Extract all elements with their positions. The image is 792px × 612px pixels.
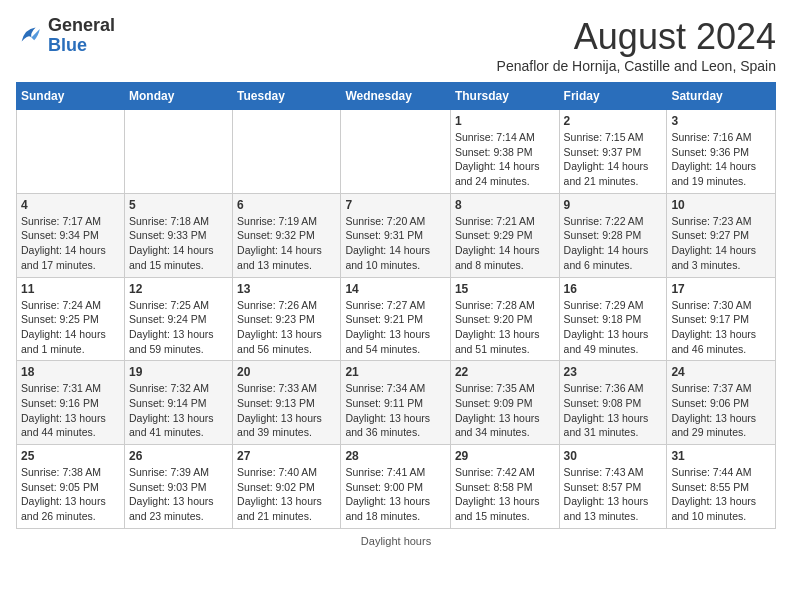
month-title: August 2024	[497, 16, 776, 58]
day-info: Sunrise: 7:15 AM Sunset: 9:37 PM Dayligh…	[564, 130, 663, 189]
day-info: Sunrise: 7:31 AM Sunset: 9:16 PM Dayligh…	[21, 381, 120, 440]
day-of-week-saturday: Saturday	[667, 83, 776, 110]
calendar-cell: 21Sunrise: 7:34 AM Sunset: 9:11 PM Dayli…	[341, 361, 451, 445]
calendar-cell: 7Sunrise: 7:20 AM Sunset: 9:31 PM Daylig…	[341, 193, 451, 277]
day-number: 1	[455, 114, 555, 128]
calendar-cell: 30Sunrise: 7:43 AM Sunset: 8:57 PM Dayli…	[559, 445, 667, 529]
logo-general: General	[48, 15, 115, 35]
day-number: 10	[671, 198, 771, 212]
day-of-week-friday: Friday	[559, 83, 667, 110]
week-row-1: 1Sunrise: 7:14 AM Sunset: 9:38 PM Daylig…	[17, 110, 776, 194]
day-info: Sunrise: 7:27 AM Sunset: 9:21 PM Dayligh…	[345, 298, 446, 357]
calendar-cell: 8Sunrise: 7:21 AM Sunset: 9:29 PM Daylig…	[450, 193, 559, 277]
calendar-body: 1Sunrise: 7:14 AM Sunset: 9:38 PM Daylig…	[17, 110, 776, 529]
day-number: 24	[671, 365, 771, 379]
day-info: Sunrise: 7:28 AM Sunset: 9:20 PM Dayligh…	[455, 298, 555, 357]
day-of-week-sunday: Sunday	[17, 83, 125, 110]
calendar-cell	[124, 110, 232, 194]
day-number: 13	[237, 282, 336, 296]
day-info: Sunrise: 7:44 AM Sunset: 8:55 PM Dayligh…	[671, 465, 771, 524]
day-info: Sunrise: 7:26 AM Sunset: 9:23 PM Dayligh…	[237, 298, 336, 357]
day-of-week-thursday: Thursday	[450, 83, 559, 110]
day-of-week-wednesday: Wednesday	[341, 83, 451, 110]
calendar-cell	[233, 110, 341, 194]
week-row-3: 11Sunrise: 7:24 AM Sunset: 9:25 PM Dayli…	[17, 277, 776, 361]
day-info: Sunrise: 7:43 AM Sunset: 8:57 PM Dayligh…	[564, 465, 663, 524]
footer: Daylight hours	[16, 535, 776, 547]
week-row-5: 25Sunrise: 7:38 AM Sunset: 9:05 PM Dayli…	[17, 445, 776, 529]
day-of-week-tuesday: Tuesday	[233, 83, 341, 110]
header: General Blue August 2024 Penaflor de Hor…	[16, 16, 776, 74]
logo-blue: Blue	[48, 35, 87, 55]
day-number: 12	[129, 282, 228, 296]
day-info: Sunrise: 7:19 AM Sunset: 9:32 PM Dayligh…	[237, 214, 336, 273]
day-info: Sunrise: 7:24 AM Sunset: 9:25 PM Dayligh…	[21, 298, 120, 357]
calendar-cell: 3Sunrise: 7:16 AM Sunset: 9:36 PM Daylig…	[667, 110, 776, 194]
day-number: 4	[21, 198, 120, 212]
day-number: 3	[671, 114, 771, 128]
logo: General Blue	[16, 16, 115, 56]
day-info: Sunrise: 7:37 AM Sunset: 9:06 PM Dayligh…	[671, 381, 771, 440]
calendar-cell: 6Sunrise: 7:19 AM Sunset: 9:32 PM Daylig…	[233, 193, 341, 277]
calendar-cell: 26Sunrise: 7:39 AM Sunset: 9:03 PM Dayli…	[124, 445, 232, 529]
calendar-cell: 10Sunrise: 7:23 AM Sunset: 9:27 PM Dayli…	[667, 193, 776, 277]
calendar-cell: 24Sunrise: 7:37 AM Sunset: 9:06 PM Dayli…	[667, 361, 776, 445]
calendar-cell: 31Sunrise: 7:44 AM Sunset: 8:55 PM Dayli…	[667, 445, 776, 529]
day-number: 22	[455, 365, 555, 379]
day-info: Sunrise: 7:18 AM Sunset: 9:33 PM Dayligh…	[129, 214, 228, 273]
day-info: Sunrise: 7:33 AM Sunset: 9:13 PM Dayligh…	[237, 381, 336, 440]
day-info: Sunrise: 7:20 AM Sunset: 9:31 PM Dayligh…	[345, 214, 446, 273]
days-header-row: SundayMondayTuesdayWednesdayThursdayFrid…	[17, 83, 776, 110]
logo-bird-icon	[16, 22, 44, 50]
calendar-cell: 25Sunrise: 7:38 AM Sunset: 9:05 PM Dayli…	[17, 445, 125, 529]
calendar-cell: 4Sunrise: 7:17 AM Sunset: 9:34 PM Daylig…	[17, 193, 125, 277]
day-info: Sunrise: 7:40 AM Sunset: 9:02 PM Dayligh…	[237, 465, 336, 524]
day-number: 15	[455, 282, 555, 296]
calendar-cell: 23Sunrise: 7:36 AM Sunset: 9:08 PM Dayli…	[559, 361, 667, 445]
calendar-cell: 22Sunrise: 7:35 AM Sunset: 9:09 PM Dayli…	[450, 361, 559, 445]
day-number: 6	[237, 198, 336, 212]
day-number: 19	[129, 365, 228, 379]
day-number: 28	[345, 449, 446, 463]
day-number: 9	[564, 198, 663, 212]
calendar-cell: 12Sunrise: 7:25 AM Sunset: 9:24 PM Dayli…	[124, 277, 232, 361]
day-number: 5	[129, 198, 228, 212]
calendar-table: SundayMondayTuesdayWednesdayThursdayFrid…	[16, 82, 776, 529]
day-info: Sunrise: 7:41 AM Sunset: 9:00 PM Dayligh…	[345, 465, 446, 524]
day-info: Sunrise: 7:25 AM Sunset: 9:24 PM Dayligh…	[129, 298, 228, 357]
day-info: Sunrise: 7:23 AM Sunset: 9:27 PM Dayligh…	[671, 214, 771, 273]
day-info: Sunrise: 7:39 AM Sunset: 9:03 PM Dayligh…	[129, 465, 228, 524]
logo-text: General Blue	[48, 16, 115, 56]
calendar-cell: 16Sunrise: 7:29 AM Sunset: 9:18 PM Dayli…	[559, 277, 667, 361]
calendar-cell: 11Sunrise: 7:24 AM Sunset: 9:25 PM Dayli…	[17, 277, 125, 361]
day-number: 23	[564, 365, 663, 379]
day-info: Sunrise: 7:29 AM Sunset: 9:18 PM Dayligh…	[564, 298, 663, 357]
day-info: Sunrise: 7:42 AM Sunset: 8:58 PM Dayligh…	[455, 465, 555, 524]
day-number: 31	[671, 449, 771, 463]
calendar-cell	[17, 110, 125, 194]
day-number: 18	[21, 365, 120, 379]
day-number: 26	[129, 449, 228, 463]
day-number: 25	[21, 449, 120, 463]
day-info: Sunrise: 7:17 AM Sunset: 9:34 PM Dayligh…	[21, 214, 120, 273]
day-number: 2	[564, 114, 663, 128]
day-info: Sunrise: 7:30 AM Sunset: 9:17 PM Dayligh…	[671, 298, 771, 357]
title-area: August 2024 Penaflor de Hornija, Castill…	[497, 16, 776, 74]
day-info: Sunrise: 7:14 AM Sunset: 9:38 PM Dayligh…	[455, 130, 555, 189]
day-of-week-monday: Monday	[124, 83, 232, 110]
day-info: Sunrise: 7:36 AM Sunset: 9:08 PM Dayligh…	[564, 381, 663, 440]
subtitle: Penaflor de Hornija, Castille and Leon, …	[497, 58, 776, 74]
calendar-cell: 1Sunrise: 7:14 AM Sunset: 9:38 PM Daylig…	[450, 110, 559, 194]
day-info: Sunrise: 7:34 AM Sunset: 9:11 PM Dayligh…	[345, 381, 446, 440]
day-number: 20	[237, 365, 336, 379]
calendar-cell: 29Sunrise: 7:42 AM Sunset: 8:58 PM Dayli…	[450, 445, 559, 529]
day-info: Sunrise: 7:22 AM Sunset: 9:28 PM Dayligh…	[564, 214, 663, 273]
day-info: Sunrise: 7:35 AM Sunset: 9:09 PM Dayligh…	[455, 381, 555, 440]
day-number: 27	[237, 449, 336, 463]
calendar-cell: 13Sunrise: 7:26 AM Sunset: 9:23 PM Dayli…	[233, 277, 341, 361]
daylight-label: Daylight hours	[361, 535, 431, 547]
day-info: Sunrise: 7:38 AM Sunset: 9:05 PM Dayligh…	[21, 465, 120, 524]
calendar-cell: 14Sunrise: 7:27 AM Sunset: 9:21 PM Dayli…	[341, 277, 451, 361]
day-number: 16	[564, 282, 663, 296]
day-info: Sunrise: 7:16 AM Sunset: 9:36 PM Dayligh…	[671, 130, 771, 189]
